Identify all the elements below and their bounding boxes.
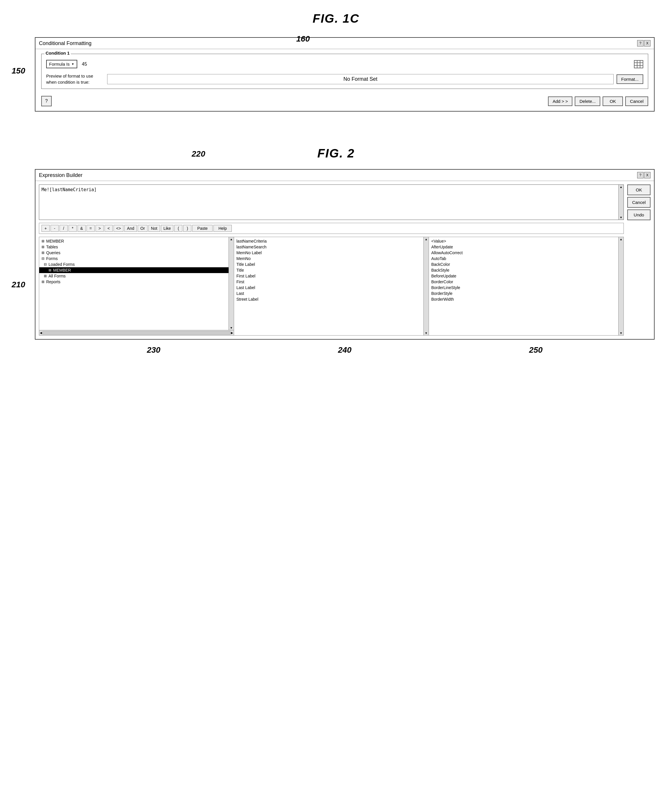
op-ampersand[interactable]: & [77, 225, 86, 232]
list1-horizontal-scrollbar[interactable]: ◀ ▶ [39, 330, 234, 335]
op-not[interactable]: Not [148, 225, 160, 232]
fig2-container: 220 FIG. 2 210 Expression Builder ? X ▲ [17, 146, 655, 355]
list-item[interactable]: MemNo [234, 256, 423, 261]
expr-help-icon-button[interactable]: ? [637, 172, 644, 179]
list-item[interactable]: ⊞ Queries [39, 250, 229, 256]
list-item-label: MEMBER [46, 239, 64, 243]
list-item[interactable]: AllowAutoCorrect [429, 250, 618, 256]
expr-undo-button[interactable]: Undo [627, 209, 650, 220]
list-item[interactable]: BorderStyle [429, 291, 618, 296]
list-item-label: Queries [46, 250, 60, 255]
list-item-label: lastNameSearch [237, 245, 267, 249]
list1-scroll-left-icon[interactable]: ◀ [40, 331, 42, 334]
list-item[interactable]: Title [234, 267, 423, 273]
list1-scrollbar[interactable]: ▲ ▼ [229, 237, 234, 330]
arrow-210-label: 210 [12, 280, 25, 289]
expr-textarea[interactable] [39, 185, 618, 220]
expr-vertical-scrollbar[interactable]: ▲ ▼ [618, 185, 623, 220]
list-item[interactable]: BorderWidth [429, 296, 618, 302]
op-minus[interactable]: - [50, 225, 59, 232]
list-item[interactable]: ⊟ Forms [39, 256, 229, 261]
list-item[interactable]: BackColor [429, 261, 618, 267]
dialog-body: Condition 1 Formula Is ▼ 45 [35, 49, 654, 111]
list-item[interactable]: MemNo Label [234, 250, 423, 256]
list-item-label: Last Label [237, 285, 255, 290]
list-item[interactable]: BackStyle [429, 267, 618, 273]
format-button[interactable]: Format... [617, 74, 643, 84]
op-equals[interactable]: = [87, 225, 95, 232]
close-icon-button[interactable]: X [644, 40, 650, 46]
op-multiply[interactable]: * [69, 225, 77, 232]
grid-icon-button[interactable] [634, 60, 643, 68]
list-item[interactable]: ⊞ MEMBER [39, 238, 229, 244]
list-item[interactable]: lastNameCriteria [234, 238, 423, 244]
op-and[interactable]: And [124, 225, 137, 232]
list-item[interactable]: BorderColor [429, 279, 618, 285]
paste-button[interactable]: Paste [192, 225, 213, 232]
list-item-label: MemNo Label [237, 250, 262, 255]
list-item-label: AllowAutoCorrect [431, 250, 463, 255]
list-item-label: AutoTab [431, 256, 446, 261]
expr-ok-button[interactable]: OK [627, 185, 650, 195]
op-plus[interactable]: + [41, 225, 50, 232]
list-item[interactable]: Last Label [234, 285, 423, 291]
list1-scroll-right-icon[interactable]: ▶ [231, 331, 233, 334]
list-item[interactable]: ⊞ Reports [39, 279, 229, 285]
list-item[interactable]: Street Label [234, 296, 423, 302]
cancel-button[interactable]: Cancel [625, 96, 648, 106]
list-item-selected[interactable]: ⊞ MEMBER [39, 267, 229, 273]
list1-scroll-down-icon[interactable]: ▼ [229, 326, 233, 330]
list-item[interactable]: BeforeUpdate [429, 273, 618, 279]
list-item[interactable]: AfterUpdate [429, 244, 618, 250]
scroll-up-icon[interactable]: ▲ [619, 185, 623, 189]
expr-main: ▲ ▼ + - / * & = > < <> And [39, 185, 624, 335]
list-panel-2: lastNameCriteria lastNameSearch MemNo La… [234, 237, 429, 335]
list-item[interactable]: <Value> [429, 238, 618, 244]
list-item[interactable]: AutoTab [429, 256, 618, 261]
op-lparen[interactable]: ( [174, 225, 182, 232]
bottom-labels: 230 240 250 [35, 345, 655, 355]
help-op-button[interactable]: Help [213, 225, 232, 232]
list-item[interactable]: BorderLineStyle [429, 285, 618, 291]
expr-cancel-button[interactable]: Cancel [627, 197, 650, 208]
list-item[interactable]: ⊟ Loaded Forms [39, 261, 229, 267]
expr-close-icon-button[interactable]: X [644, 172, 650, 179]
expression-builder-dialog: Expression Builder ? X ▲ ▼ [35, 169, 655, 340]
list-item[interactable]: First Label [234, 273, 423, 279]
list1-scroll-up-icon[interactable]: ▲ [229, 237, 233, 242]
list2-scroll-up-icon[interactable]: ▲ [424, 237, 428, 242]
preview-label: Preview of format to usewhen condition i… [46, 73, 104, 85]
scroll-down-icon[interactable]: ▼ [619, 215, 623, 220]
help-square-button[interactable]: ? [41, 96, 52, 106]
op-divide[interactable]: / [60, 225, 68, 232]
list-inner-1: ⊞ MEMBER ⊞ Tables ⊞ Queries [39, 237, 234, 330]
op-or[interactable]: Or [138, 225, 148, 232]
list3-scrollbar[interactable]: ▲ ▼ [618, 237, 623, 335]
list-item[interactable]: lastNameSearch [234, 244, 423, 250]
expr-textarea-area: ▲ ▼ [39, 185, 624, 220]
list2-scrollbar[interactable]: ▲ ▼ [423, 237, 429, 335]
list-item[interactable]: Title Label [234, 261, 423, 267]
op-greater[interactable]: > [96, 225, 104, 232]
op-like[interactable]: Like [161, 225, 174, 232]
list-item[interactable]: Last [234, 291, 423, 296]
ok-button[interactable]: OK [603, 96, 623, 106]
grid-cell [637, 66, 640, 68]
help-icon-button[interactable]: ? [637, 40, 644, 46]
formula-is-label: Formula Is [49, 62, 70, 66]
list2-scroll-down-icon[interactable]: ▼ [424, 331, 428, 335]
op-rparen[interactable]: ) [183, 225, 191, 232]
delete-button[interactable]: Delete... [575, 96, 600, 106]
list-item[interactable]: First [234, 279, 423, 285]
list3-scroll-down-icon[interactable]: ▼ [619, 331, 623, 335]
list3-scroll-up-icon[interactable]: ▲ [619, 237, 623, 242]
list-item-label: Last [237, 291, 244, 296]
grid-cell [640, 61, 643, 63]
op-less[interactable]: < [104, 225, 113, 232]
formula-is-dropdown[interactable]: Formula Is ▼ [46, 60, 77, 68]
list-item[interactable]: ⊞ Tables [39, 244, 229, 250]
grid-cell [640, 63, 643, 65]
list-item[interactable]: ⊞ All Forms [39, 273, 229, 279]
op-notequal[interactable]: <> [114, 225, 123, 232]
add-button[interactable]: Add > > [548, 96, 573, 106]
